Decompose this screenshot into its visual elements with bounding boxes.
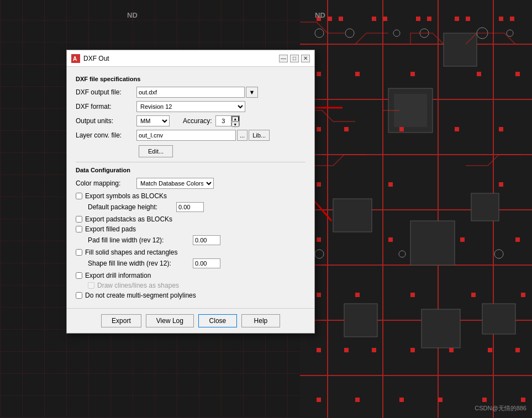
units-label: Output units: xyxy=(76,117,136,125)
svg-rect-27 xyxy=(427,17,431,21)
svg-rect-50 xyxy=(355,293,360,297)
svg-rect-23 xyxy=(339,17,343,21)
export-filled-pads-label: Export filled pads xyxy=(85,225,136,233)
layer-conv-input[interactable] xyxy=(136,130,236,141)
svg-rect-40 xyxy=(455,127,459,131)
draw-clines-row: Draw clines/lines as shapes xyxy=(88,282,305,289)
dialog-title: DXF Out xyxy=(83,55,276,62)
accuracy-up-button[interactable]: ▲ xyxy=(231,116,239,121)
file-specs-header: DXF file specifications xyxy=(76,76,305,82)
layer-conv-browse-button[interactable]: ... xyxy=(237,130,247,141)
svg-rect-45 xyxy=(317,237,321,242)
units-dropdown[interactable]: MM MIL INCH xyxy=(136,115,170,126)
svg-rect-37 xyxy=(317,127,321,131)
svg-rect-20 xyxy=(482,304,515,334)
svg-rect-48 xyxy=(515,237,520,242)
svg-rect-56 xyxy=(372,348,376,352)
pad-fill-label: Pad fill line width (rev 12): xyxy=(88,236,193,244)
svg-rect-46 xyxy=(388,237,393,242)
close-button[interactable]: ✕ xyxy=(301,55,310,62)
svg-rect-39 xyxy=(399,127,404,131)
layer-conv-lib-button[interactable]: Lib... xyxy=(249,130,270,141)
no-poly-label: Do not create multi-segment polylines xyxy=(85,292,196,299)
draw-clines-checkbox[interactable] xyxy=(88,282,94,289)
export-drill-checkbox[interactable] xyxy=(76,272,82,279)
export-symbols-checkbox[interactable] xyxy=(76,193,82,199)
dialog-footer: Export View Log Close Help xyxy=(67,308,314,333)
export-symbols-label: Export symbols as BLOCKs xyxy=(85,192,167,200)
svg-rect-41 xyxy=(499,127,503,131)
accuracy-input[interactable] xyxy=(215,115,231,126)
color-mapping-label: Color mapping: xyxy=(76,179,136,187)
svg-rect-61 xyxy=(317,398,321,402)
svg-rect-53 xyxy=(521,293,525,297)
export-padstacks-checkbox[interactable] xyxy=(76,216,82,223)
format-dropdown[interactable]: Revision 12 Revision 13 Revision 14 Auto… xyxy=(136,101,245,112)
svg-rect-24 xyxy=(372,17,376,21)
layer-conv-row: Layer conv. file: ... Lib... xyxy=(76,130,305,141)
svg-rect-32 xyxy=(317,72,321,76)
svg-rect-42 xyxy=(317,182,321,187)
svg-rect-18 xyxy=(344,304,377,337)
export-button[interactable]: Export xyxy=(101,314,141,327)
divider xyxy=(76,162,305,162)
fill-solid-shapes-checkbox[interactable] xyxy=(76,249,82,256)
shape-fill-label: Shape fill line width (rev 12): xyxy=(88,260,193,267)
export-padstacks-label: Export padstacks as BLOCKs xyxy=(85,215,172,223)
svg-rect-19 xyxy=(422,309,460,348)
svg-rect-30 xyxy=(499,17,503,21)
output-file-browse-button[interactable]: ▼ xyxy=(246,87,258,98)
svg-rect-58 xyxy=(449,348,454,352)
svg-rect-57 xyxy=(410,348,415,352)
export-filled-pads-checkbox[interactable] xyxy=(76,226,82,232)
fill-solid-shapes-row: Fill solid shapes and rectangles xyxy=(76,248,305,256)
svg-rect-25 xyxy=(383,17,387,21)
dxf-out-dialog: A DXF Out — □ ✕ DXF file specifications … xyxy=(66,50,315,334)
edit-row: Edit... xyxy=(138,144,305,157)
export-filled-pads-row: Export filled pads xyxy=(76,225,305,233)
close-button-footer[interactable]: Close xyxy=(198,314,237,327)
svg-rect-35 xyxy=(477,72,481,76)
svg-rect-55 xyxy=(344,348,349,352)
color-mapping-row: Color mapping: Match Database Colors Lay… xyxy=(76,178,305,189)
svg-rect-64 xyxy=(438,398,443,402)
nd-label-2: ND xyxy=(315,11,325,19)
pkg-height-row: Default package height: xyxy=(88,202,305,212)
output-file-label: DXF output file: xyxy=(76,88,136,96)
svg-rect-59 xyxy=(488,348,492,352)
svg-rect-15 xyxy=(333,199,372,232)
no-poly-checkbox[interactable] xyxy=(76,292,82,299)
svg-rect-62 xyxy=(355,398,360,402)
pkg-height-input[interactable] xyxy=(176,202,204,212)
accuracy-label: Accuracy: xyxy=(183,117,212,125)
svg-rect-29 xyxy=(466,17,470,21)
svg-rect-65 xyxy=(482,398,487,402)
export-drill-label: Export drill information xyxy=(85,272,151,279)
pad-fill-row: Pad fill line width (rev 12): xyxy=(88,235,305,245)
color-mapping-dropdown[interactable]: Match Database Colors Layer Colors Black xyxy=(136,178,214,189)
svg-rect-66 xyxy=(521,398,525,402)
layer-conv-label: Layer conv. file: xyxy=(76,131,136,139)
spinner-arrows: ▲ ▼ xyxy=(231,115,240,126)
svg-rect-43 xyxy=(388,182,393,187)
titlebar-controls: — □ ✕ xyxy=(279,55,310,62)
svg-rect-28 xyxy=(455,17,459,21)
view-log-button[interactable]: View Log xyxy=(146,314,194,327)
accuracy-group: Accuracy: ▲ ▼ xyxy=(183,115,240,126)
export-symbols-row: Export symbols as BLOCKs xyxy=(76,192,305,200)
shape-fill-input[interactable] xyxy=(193,258,220,268)
help-button[interactable]: Help xyxy=(241,314,280,327)
svg-rect-22 xyxy=(328,17,332,21)
output-file-input[interactable] xyxy=(136,87,245,98)
maximize-button[interactable]: □ xyxy=(290,55,299,62)
svg-rect-51 xyxy=(410,293,415,297)
minimize-button[interactable]: — xyxy=(279,55,288,62)
accuracy-down-button[interactable]: ▼ xyxy=(231,121,239,127)
svg-rect-49 xyxy=(317,293,321,297)
pcb-traces xyxy=(300,0,532,418)
svg-rect-16 xyxy=(410,221,455,265)
pad-fill-input[interactable] xyxy=(193,235,220,245)
edit-button[interactable]: Edit... xyxy=(139,145,173,157)
svg-rect-17 xyxy=(471,193,499,221)
export-drill-row: Export drill information xyxy=(76,272,305,279)
